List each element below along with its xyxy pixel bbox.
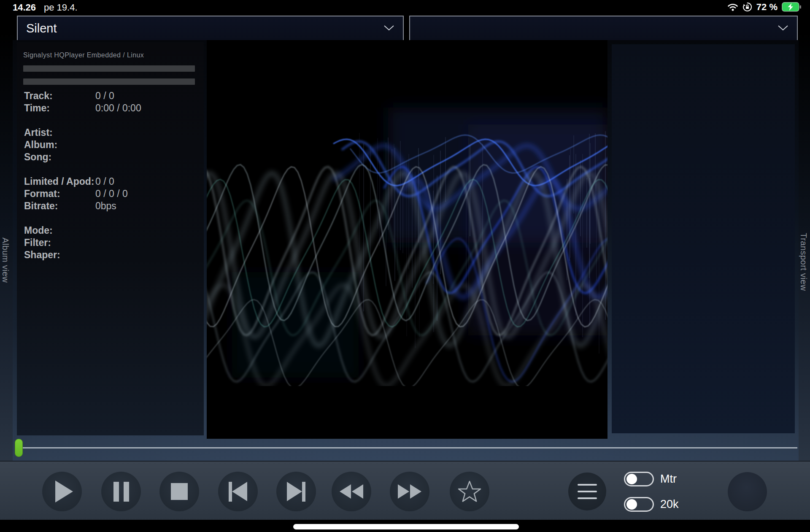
rotation-lock-icon — [742, 2, 752, 12]
fast-forward-button[interactable] — [390, 472, 429, 511]
output-mode-value: Silent — [26, 22, 57, 35]
chevron-down-icon — [383, 25, 394, 31]
status-icons: 72 % — [727, 0, 802, 14]
info-row-mode: Mode: — [17, 225, 204, 237]
info-row-limited: Limited / Apod:0 / 0 — [17, 176, 204, 188]
previous-track-icon — [229, 482, 247, 502]
transport-view-tab[interactable]: Transport view — [799, 233, 808, 291]
info-row-bitrate: Bitrate:0bps — [17, 200, 204, 212]
star-icon — [457, 480, 482, 503]
seek-slider-track[interactable] — [16, 447, 797, 448]
transport-bar: Mtr 20k — [0, 461, 810, 520]
info-row-filter: Filter: — [17, 237, 204, 249]
main-stage: Signalyst HQPlayer Embedded / Linux Trac… — [13, 40, 799, 461]
previous-track-button[interactable] — [218, 472, 258, 511]
output-mode-select[interactable]: Silent — [17, 16, 404, 41]
info-row-album: Album: — [17, 139, 204, 151]
next-track-button[interactable] — [276, 472, 316, 511]
home-indicator-area — [0, 520, 810, 532]
info-row-format: Format:0 / 0 / 0 — [17, 188, 204, 200]
toggle-knob — [626, 474, 637, 484]
wifi-icon — [727, 3, 738, 11]
next-track-icon — [287, 482, 305, 502]
home-indicator[interactable] — [293, 524, 519, 529]
album-view-tab[interactable]: Album view — [0, 238, 10, 283]
menu-button[interactable] — [568, 473, 606, 510]
queue-panel — [612, 44, 795, 433]
fast-forward-icon — [397, 484, 422, 499]
backend-title: Signalyst HQPlayer Embedded / Linux — [23, 51, 144, 59]
album-art — [207, 40, 608, 439]
hqplayer-screen: 14.26 pe 19.4. 72 % Silent — [0, 0, 810, 532]
battery-percent: 72 % — [756, 2, 778, 13]
level-meter-right — [23, 78, 195, 85]
status-bar: 14.26 pe 19.4. 72 % — [0, 0, 810, 14]
battery-charging-icon — [782, 2, 802, 12]
info-row-track: Track:0 / 0 — [17, 90, 204, 102]
level-meter-left — [23, 65, 195, 72]
info-row-time: Time:0:00 / 0:00 — [17, 103, 204, 114]
20k-toggle[interactable] — [624, 497, 654, 512]
status-date: pe 19.4. — [44, 2, 78, 13]
chevron-down-icon — [778, 25, 788, 31]
player-info-panel: Signalyst HQPlayer Embedded / Linux Trac… — [17, 42, 204, 435]
stop-button[interactable] — [159, 472, 199, 511]
mtr-toggle[interactable] — [624, 472, 654, 486]
stop-icon — [171, 483, 188, 500]
knob-button[interactable] — [728, 472, 767, 511]
play-icon — [55, 481, 73, 502]
info-row-artist: Artist: — [17, 127, 204, 139]
info-row-song: Song: — [17, 151, 204, 163]
favorite-button[interactable] — [450, 472, 489, 511]
toggle-knob — [626, 499, 637, 510]
menu-icon — [578, 484, 597, 499]
20k-toggle-label: 20k — [660, 497, 711, 512]
track-select[interactable] — [409, 16, 798, 41]
pause-button[interactable] — [101, 472, 141, 511]
mtr-toggle-label: Mtr — [660, 472, 711, 486]
rewind-icon — [339, 484, 364, 499]
seek-slider-knob[interactable] — [15, 439, 23, 457]
info-row-shaper: Shaper: — [17, 249, 204, 261]
status-time: 14.26 — [13, 2, 36, 13]
rewind-button[interactable] — [332, 472, 371, 511]
play-button[interactable] — [42, 472, 82, 511]
pause-icon — [113, 482, 129, 502]
